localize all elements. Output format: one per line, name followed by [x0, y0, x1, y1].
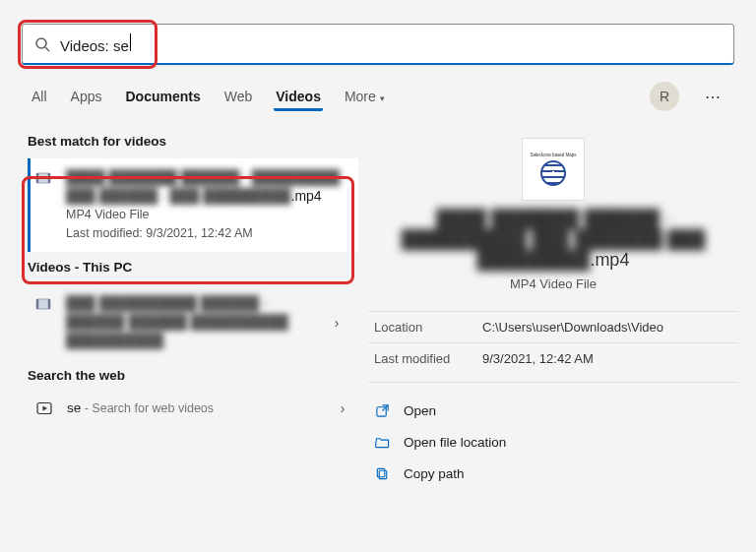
search-icon — [34, 36, 50, 52]
svg-line-11 — [382, 404, 388, 410]
user-avatar[interactable]: R — [650, 82, 679, 111]
tab-web[interactable]: Web — [222, 83, 255, 110]
best-match-result[interactable]: ████ ███████ ██████ - █████████ ███ ████… — [28, 158, 358, 252]
detail-location-label: Location — [374, 320, 482, 335]
best-match-modified: Last modified: 9/3/2021, 12:42 AM — [66, 224, 348, 243]
section-videos-pc: Videos - This PC — [28, 260, 358, 275]
chevron-down-icon: ▾ — [380, 93, 385, 103]
svg-marker-9 — [43, 405, 48, 410]
action-copy-path-label: Copy path — [404, 466, 465, 481]
tab-apps[interactable]: Apps — [69, 83, 104, 110]
detail-file-type: MP4 Video File — [388, 276, 719, 291]
text-caret — [130, 33, 131, 51]
svg-rect-7 — [48, 299, 50, 309]
detail-location-row: Location C:\Users\user\Downloads\Video — [368, 311, 738, 342]
chevron-right-icon[interactable]: › — [331, 400, 354, 416]
svg-rect-13 — [377, 468, 385, 476]
action-open-label: Open — [404, 403, 436, 418]
globe-icon — [540, 160, 566, 186]
svg-rect-4 — [48, 173, 50, 183]
video-file-icon — [31, 168, 56, 242]
svg-point-0 — [36, 38, 46, 48]
tab-documents[interactable]: Documents — [123, 83, 202, 110]
tab-more[interactable]: More▾ — [343, 83, 387, 110]
detail-modified-label: Last modified — [374, 351, 482, 366]
action-open[interactable]: Open — [368, 395, 738, 426]
detail-thumb-caption: Salesforce based Maps — [530, 153, 576, 157]
action-copy-path[interactable]: Copy path — [368, 458, 738, 489]
videos-pc-title-blurred: ███ ██████████ ██████ - ██████ ██████ ██… — [66, 294, 325, 350]
detail-title-blurred: ████ ███████ ██████ - ██████████ ███ ███… — [402, 209, 705, 270]
more-options-button[interactable]: ⋯ — [699, 88, 726, 106]
folder-icon — [374, 434, 390, 450]
copy-icon — [374, 465, 390, 481]
detail-title: ████ ███████ ██████ - ██████████ ███ ███… — [388, 209, 719, 271]
tab-videos[interactable]: Videos — [274, 83, 323, 111]
videos-pc-result[interactable]: ███ ██████████ ██████ - ██████ ██████ ██… — [28, 284, 358, 360]
section-best-match: Best match for videos — [28, 134, 358, 149]
action-open-location-label: Open file location — [404, 435, 506, 450]
tab-all[interactable]: All — [30, 83, 49, 110]
svg-line-1 — [45, 47, 49, 51]
svg-rect-3 — [36, 173, 38, 183]
svg-rect-6 — [36, 299, 38, 309]
best-match-type: MP4 Video File — [66, 206, 348, 224]
open-icon — [374, 402, 390, 418]
search-query: se — [113, 37, 129, 54]
detail-location-value: C:\Users\user\Downloads\Video — [482, 320, 732, 335]
filter-tab-row: All Apps Documents Web Videos More▾ R ⋯ — [0, 67, 756, 116]
action-open-location[interactable]: Open file location — [368, 426, 738, 458]
best-match-ext: .mp4 — [291, 188, 322, 204]
search-input[interactable]: Videos: se — [60, 33, 722, 54]
detail-ext: .mp4 — [590, 250, 629, 270]
video-file-icon — [31, 294, 56, 350]
tab-more-label: More — [345, 89, 376, 104]
chevron-right-icon[interactable]: › — [325, 294, 348, 350]
search-prefix: Videos: — [60, 37, 113, 54]
web-search-query: se — [67, 400, 81, 415]
detail-modified-value: 9/3/2021, 12:42 AM — [482, 351, 732, 366]
svg-rect-12 — [379, 470, 387, 478]
web-search-hint: - Search for web videos — [81, 401, 214, 415]
section-search-web: Search the web — [28, 368, 358, 383]
user-initial: R — [660, 89, 669, 104]
detail-thumbnail: Salesforce based Maps — [522, 138, 585, 201]
search-bar[interactable]: Videos: se — [22, 24, 734, 65]
web-search-result[interactable]: se - Search for web videos › — [28, 393, 358, 424]
web-video-icon — [32, 400, 57, 416]
detail-modified-row: Last modified 9/3/2021, 12:42 AM — [368, 342, 738, 374]
